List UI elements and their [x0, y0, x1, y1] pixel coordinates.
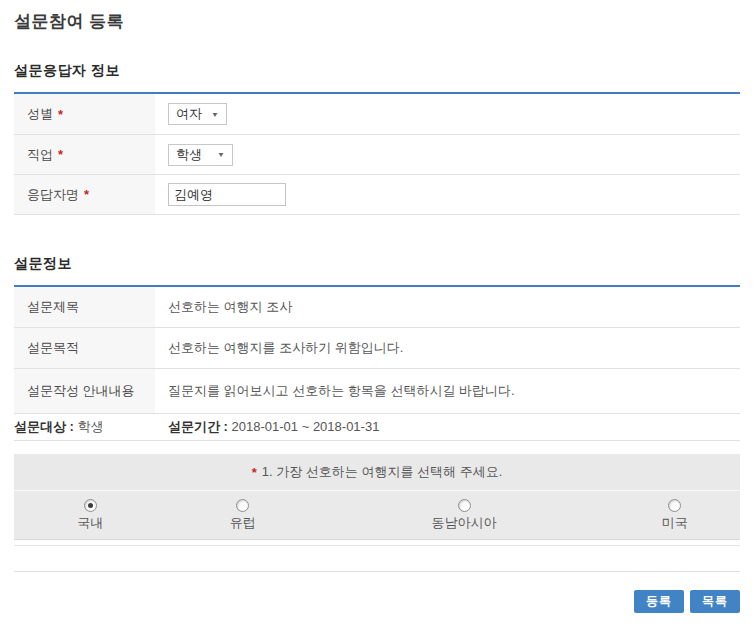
occupation-label: 직업: [27, 146, 53, 164]
button-row: 등록 목록: [14, 590, 740, 613]
radio-option-europe[interactable]: [236, 499, 249, 512]
survey-purpose-label: 설문목적: [27, 339, 79, 357]
option-southeast-asia[interactable]: 동남아시아: [319, 491, 609, 539]
list-button[interactable]: 목록: [690, 590, 740, 613]
occupation-select-value: 학생: [176, 146, 202, 164]
survey-target-value: 학생: [78, 419, 104, 434]
survey-period: 설문기간 : 2018-01-01 ~ 2018-01-31: [168, 418, 379, 436]
survey-guide-label: 설문작성 안내내용: [27, 382, 135, 400]
respondent-name-value-cell: [155, 183, 740, 206]
option-usa[interactable]: 미국: [609, 491, 740, 539]
occupation-label-cell: 직업 *: [14, 135, 155, 174]
survey-title-value: 선호하는 여행지 조사: [155, 298, 740, 316]
occupation-select[interactable]: 학생 ▼: [168, 144, 233, 166]
survey-guide-label-cell: 설문작성 안내내용: [14, 369, 155, 413]
radio-option-southeast-asia[interactable]: [458, 499, 471, 512]
page-title: 설문참여 등록: [14, 10, 740, 33]
option-usa-label: 미국: [662, 514, 688, 532]
required-asterisk: *: [84, 187, 89, 202]
table-row-survey-guide: 설문작성 안내내용 질문지를 읽어보시고 선호하는 항목을 선택하시길 바랍니다…: [14, 369, 740, 414]
table-row-survey-purpose: 설문목적 선호하는 여행지를 조사하기 위함입니다.: [14, 328, 740, 369]
table-row-survey-title: 설문제목 선호하는 여행지 조사: [14, 287, 740, 328]
survey-title-label-cell: 설문제목: [14, 287, 155, 327]
question-header: * 1. 가장 선호하는 여행지를 선택해 주세요.: [14, 454, 740, 491]
dropdown-arrow-icon: ▼: [211, 110, 219, 118]
respondent-name-input[interactable]: [168, 183, 286, 206]
dropdown-arrow-icon: ▼: [217, 150, 225, 158]
table-row-respondent-name: 응답자명 *: [14, 175, 740, 215]
survey-guide-value: 질문지를 읽어보시고 선호하는 항목을 선택하시길 바랍니다.: [155, 382, 740, 400]
gender-select-value: 여자: [176, 105, 202, 123]
gender-label-cell: 성별 *: [14, 94, 155, 134]
survey-meta-row: 설문대상 : 학생 설문기간 : 2018-01-01 ~ 2018-01-31: [14, 414, 740, 441]
gender-value-cell: 여자 ▼: [155, 103, 740, 125]
required-asterisk: *: [58, 147, 63, 162]
radio-option-usa[interactable]: [668, 499, 681, 512]
option-domestic[interactable]: 국내: [14, 491, 166, 539]
respondent-info-table: 성별 * 여자 ▼ 직업 * 학생 ▼: [14, 92, 740, 215]
respondent-name-label: 응답자명: [27, 186, 79, 204]
survey-period-value: 2018-01-01 ~ 2018-01-31: [232, 419, 380, 434]
divider-line: [14, 546, 740, 572]
table-row-gender: 성별 * 여자 ▼: [14, 94, 740, 135]
respondent-name-label-cell: 응답자명 *: [14, 175, 155, 214]
survey-title-label: 설문제목: [27, 298, 79, 316]
required-asterisk: *: [58, 107, 63, 122]
option-domestic-label: 국내: [77, 514, 103, 532]
question-text: 1. 가장 선호하는 여행지를 선택해 주세요.: [262, 463, 503, 481]
survey-purpose-value: 선호하는 여행지를 조사하기 위함입니다.: [155, 339, 740, 357]
survey-target-label: 설문대상 :: [14, 419, 74, 434]
gender-select[interactable]: 여자 ▼: [168, 103, 227, 125]
survey-info-table: 설문제목 선호하는 여행지 조사 설문목적 선호하는 여행지를 조사하기 위함입…: [14, 285, 740, 414]
question-required-asterisk: *: [252, 465, 257, 480]
option-southeast-asia-label: 동남아시아: [432, 514, 497, 532]
submit-button[interactable]: 등록: [634, 590, 684, 613]
survey-target: 설문대상 : 학생: [14, 418, 168, 436]
table-row-occupation: 직업 * 학생 ▼: [14, 135, 740, 175]
option-europe-label: 유럽: [230, 514, 256, 532]
radio-option-domestic[interactable]: [84, 499, 97, 512]
question-block: * 1. 가장 선호하는 여행지를 선택해 주세요. 국내 유럽 동남아시아 미…: [14, 454, 740, 540]
survey-purpose-label-cell: 설문목적: [14, 328, 155, 368]
survey-period-label: 설문기간 :: [168, 419, 228, 434]
respondent-section-heading: 설문응답자 정보: [14, 62, 740, 80]
option-europe[interactable]: 유럽: [166, 491, 318, 539]
survey-section-heading: 설문정보: [14, 255, 740, 273]
gender-label: 성별: [27, 105, 53, 123]
occupation-value-cell: 학생 ▼: [155, 144, 740, 166]
question-options-row: 국내 유럽 동남아시아 미국: [14, 491, 740, 540]
survey-registration-page: 설문참여 등록 설문응답자 정보 성별 * 여자 ▼ 직업 * 학생: [0, 0, 754, 613]
